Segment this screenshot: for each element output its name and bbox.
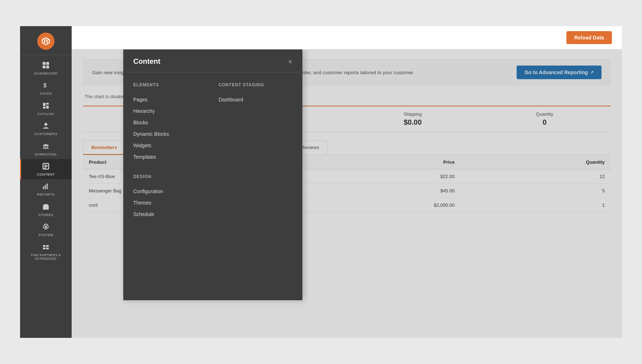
partners-icon <box>42 244 49 252</box>
svg-rect-7 <box>46 106 49 109</box>
menu-link-configuration[interactable]: Configuration <box>133 186 207 197</box>
menu-link-dynamic-blocks[interactable]: Dynamic Blocks <box>133 128 207 140</box>
svg-rect-19 <box>45 185 46 189</box>
svg-point-24 <box>45 226 47 228</box>
dropdown-header: Content × <box>123 49 302 72</box>
content-dropdown: Content × Elements Pages Hierarchy Block… <box>123 49 302 300</box>
staging-col: Content Staging Dashboard <box>219 82 292 220</box>
sidebar-label-catalog: CATALOG <box>37 112 54 116</box>
sidebar-item-content[interactable]: CONTENT <box>20 159 72 179</box>
menu-link-themes[interactable]: Themes <box>133 197 207 209</box>
svg-rect-27 <box>43 248 45 249</box>
sidebar-item-stores[interactable]: STORES <box>20 200 72 220</box>
sidebar-item-reports[interactable]: REPORTS <box>20 179 72 199</box>
content-icon <box>42 163 49 171</box>
svg-rect-0 <box>43 62 45 65</box>
dashboard-icon <box>42 62 49 70</box>
dropdown-body: Elements Pages Hierarchy Blocks Dynamic … <box>123 72 302 230</box>
sidebar-label-sales: SALES <box>40 91 52 95</box>
svg-rect-2 <box>43 66 45 68</box>
elements-col: Elements Pages Hierarchy Blocks Dynamic … <box>133 82 207 220</box>
sidebar-item-system[interactable]: SYSTEM <box>20 220 72 240</box>
svg-rect-10 <box>44 146 44 148</box>
dropdown-title: Content <box>133 57 160 66</box>
svg-rect-16 <box>44 166 48 167</box>
top-bar: Reload Data <box>72 26 622 49</box>
design-heading: Design <box>133 174 207 179</box>
sidebar-label-dashboard: DASHBOARD <box>34 71 58 75</box>
sidebar-item-catalog[interactable]: CATALOG <box>20 99 72 119</box>
svg-rect-21 <box>48 186 49 186</box>
sidebar-label-content: CONTENT <box>37 172 54 176</box>
svg-rect-23 <box>45 207 47 210</box>
sidebar-label-reports: REPORTS <box>37 192 54 196</box>
svg-text:$: $ <box>43 82 47 88</box>
sidebar-item-sales[interactable]: $ SALES <box>20 78 72 98</box>
svg-rect-26 <box>46 245 49 247</box>
sales-icon: $ <box>42 82 49 90</box>
menu-link-widgets[interactable]: Widgets <box>133 140 207 151</box>
svg-rect-20 <box>47 183 48 189</box>
sidebar-label-stores: STORES <box>38 213 53 217</box>
design-section: Design Configuration Themes Schedule <box>133 174 207 220</box>
svg-rect-3 <box>46 66 49 68</box>
sidebar-item-dashboard[interactable]: DASHBOARD <box>20 58 72 78</box>
catalog-icon <box>42 102 49 110</box>
menu-link-templates[interactable]: Templates <box>133 151 207 163</box>
sidebar-label-marketing: MARKETING <box>35 152 57 156</box>
svg-rect-12 <box>47 146 48 148</box>
customers-icon <box>42 122 49 130</box>
svg-rect-25 <box>43 245 45 247</box>
menu-link-blocks[interactable]: Blocks <box>133 117 207 128</box>
svg-rect-18 <box>43 186 44 189</box>
menu-link-hierarchy[interactable]: Hierarchy <box>133 105 207 117</box>
svg-point-9 <box>44 123 47 126</box>
elements-heading: Elements <box>133 82 207 87</box>
svg-rect-8 <box>43 107 45 109</box>
menu-link-staging-dashboard[interactable]: Dashboard <box>219 94 292 105</box>
elements-section: Elements Pages Hierarchy Blocks Dynamic … <box>133 82 207 163</box>
sidebar-label-partners: FIND PARTNERS & EXTENSIONS <box>21 253 70 260</box>
menu-link-pages[interactable]: Pages <box>133 94 207 105</box>
magento-logo <box>37 33 54 50</box>
sidebar-nav: DASHBOARD $ SALES <box>20 58 72 263</box>
sidebar-label-customers: CUSTOMERS <box>34 132 57 136</box>
sidebar-label-system: SYSTEM <box>38 233 53 237</box>
sidebar: DASHBOARD $ SALES <box>20 26 72 338</box>
menu-link-schedule[interactable]: Schedule <box>133 209 207 220</box>
svg-rect-6 <box>46 103 49 105</box>
svg-rect-17 <box>44 168 46 168</box>
svg-rect-5 <box>43 103 45 106</box>
main-content: Gain new insights and take command of yo… <box>72 49 622 338</box>
sidebar-item-customers[interactable]: CUSTOMERS <box>20 119 72 139</box>
close-button[interactable]: × <box>288 58 292 65</box>
sidebar-item-marketing[interactable]: MARKETING <box>20 139 72 159</box>
svg-rect-1 <box>46 62 49 65</box>
sidebar-logo <box>20 26 72 55</box>
svg-rect-15 <box>44 165 48 166</box>
system-icon <box>42 223 49 231</box>
reload-data-button[interactable]: Reload Data <box>566 31 612 44</box>
sidebar-item-partners[interactable]: FIND PARTNERS & EXTENSIONS <box>20 240 72 263</box>
main-area: Reload Data Gain new insights and take c… <box>72 26 622 338</box>
svg-rect-11 <box>45 146 46 148</box>
svg-rect-13 <box>43 148 49 149</box>
stores-icon <box>42 203 49 211</box>
marketing-icon <box>42 143 49 151</box>
staging-heading: Content Staging <box>219 82 292 87</box>
reports-icon <box>42 183 49 191</box>
svg-rect-28 <box>46 248 49 249</box>
